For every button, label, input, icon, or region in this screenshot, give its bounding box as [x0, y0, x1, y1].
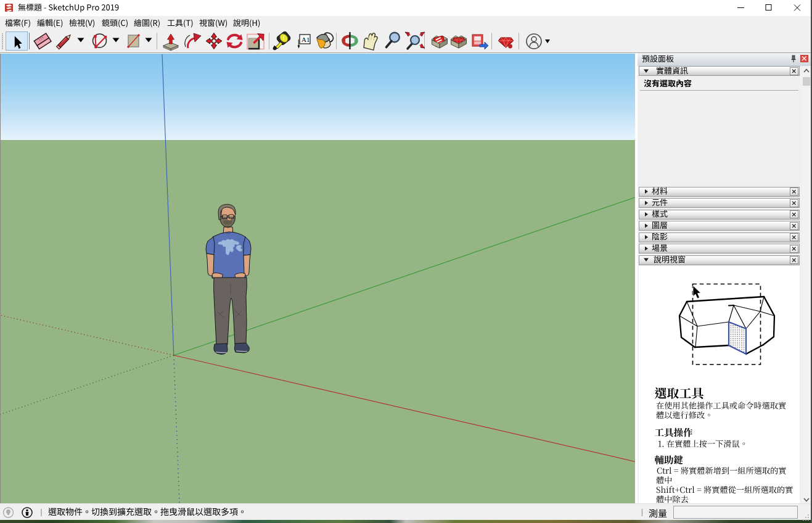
svg-text:A1: A1: [301, 36, 310, 43]
